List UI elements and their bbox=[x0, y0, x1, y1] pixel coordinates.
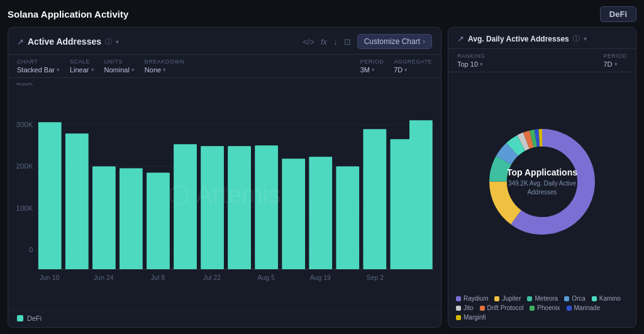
right-period-label: PERIOD bbox=[603, 53, 627, 59]
defi-legend-dot bbox=[17, 315, 23, 321]
ranking-chevron-icon: ▾ bbox=[480, 61, 483, 67]
period-selector: PERIOD 3M ▾ bbox=[360, 58, 384, 74]
header-actions: </> fx ↓ ⊡ Customize Chart › bbox=[303, 34, 432, 49]
right-panel-title: Avg. Daily Active Addresses bbox=[468, 35, 569, 43]
svg-rect-12 bbox=[65, 133, 89, 269]
svg-rect-21 bbox=[309, 157, 332, 269]
svg-text:Jun 24: Jun 24 bbox=[94, 274, 114, 281]
units-label: UNITS bbox=[104, 58, 135, 65]
left-panel: ↗ Active Addresses ⓘ ▾ </> fx ↓ ⊡ Custom… bbox=[8, 27, 441, 328]
legend-item: Raydium bbox=[456, 295, 488, 302]
info-icon[interactable]: ⓘ bbox=[105, 37, 112, 47]
legend-color-dot bbox=[480, 306, 485, 311]
chart-area: ⬡ Artemis 400K 300K 200K 100K 0 bbox=[8, 78, 441, 310]
legend-item-label: Marginfi bbox=[464, 314, 486, 321]
svg-text:Jun 10: Jun 10 bbox=[40, 274, 60, 281]
customize-chevron-icon: › bbox=[423, 37, 425, 46]
donut-legend: RaydiumJupiterMeteoraOrcaKaminoJitoDrift… bbox=[448, 291, 636, 327]
defi-legend-label: DeFi bbox=[27, 315, 42, 322]
chart-select[interactable]: Stacked Bar ▾ bbox=[17, 66, 60, 74]
units-selector: UNITS Nominal ▾ bbox=[104, 58, 135, 74]
legend-color-dot bbox=[592, 296, 597, 301]
breakdown-select[interactable]: None ▾ bbox=[145, 66, 185, 74]
svg-rect-20 bbox=[282, 159, 305, 269]
legend-item-label: Jupiter bbox=[502, 295, 521, 302]
ranking-select[interactable]: Top 10 ▾ bbox=[457, 60, 486, 68]
svg-rect-14 bbox=[119, 168, 143, 269]
svg-text:Aug 5: Aug 5 bbox=[257, 274, 275, 281]
camera-icon[interactable]: ⊡ bbox=[344, 37, 351, 47]
svg-text:Jul 22: Jul 22 bbox=[203, 274, 221, 281]
left-title-group: ↗ Active Addresses ⓘ ▾ bbox=[17, 36, 119, 47]
svg-rect-16 bbox=[174, 144, 197, 269]
aggregate-select[interactable]: 7D ▾ bbox=[394, 66, 432, 74]
svg-rect-25 bbox=[409, 120, 433, 269]
right-title-group: ↗ Avg. Daily Active Addresses ⓘ ▾ bbox=[457, 34, 587, 43]
period-select[interactable]: 3M ▾ bbox=[360, 66, 384, 74]
svg-rect-23 bbox=[364, 129, 387, 269]
period-label: PERIOD bbox=[360, 58, 384, 65]
legend-item-label: Phoenix bbox=[537, 304, 560, 311]
legend-item: Marinade bbox=[567, 304, 601, 311]
units-chevron-icon: ▾ bbox=[131, 67, 135, 73]
legend-item-label: Kamino bbox=[599, 295, 621, 302]
units-select[interactable]: Nominal ▾ bbox=[104, 66, 135, 74]
breakdown-label: BREAKDOWN bbox=[145, 58, 185, 65]
svg-text:100K: 100K bbox=[16, 204, 33, 212]
svg-rect-19 bbox=[255, 145, 278, 269]
legend-color-dot bbox=[527, 296, 532, 301]
svg-text:Jul 8: Jul 8 bbox=[151, 274, 165, 281]
main-row: ↗ Active Addresses ⓘ ▾ </> fx ↓ ⊡ Custom… bbox=[8, 27, 636, 328]
right-title-chevron-icon[interactable]: ▾ bbox=[584, 35, 587, 42]
svg-point-43 bbox=[507, 147, 577, 217]
bar-chart-svg: 400K 300K 200K 100K 0 bbox=[13, 83, 436, 291]
right-period-select[interactable]: 7D ▾ bbox=[603, 60, 627, 68]
breakdown-value: None bbox=[145, 66, 161, 74]
legend-color-dot bbox=[494, 296, 499, 301]
donut-chart-svg bbox=[486, 125, 599, 238]
chart-selector: CHART Stacked Bar ▾ bbox=[17, 58, 60, 74]
ranking-value: Top 10 bbox=[457, 60, 478, 68]
fx-icon[interactable]: fx bbox=[321, 37, 327, 47]
scale-label: SCALE bbox=[70, 58, 94, 65]
period-chevron-icon: ▾ bbox=[372, 67, 375, 73]
chart-value: Stacked Bar bbox=[17, 66, 55, 74]
legend-item: Kamino bbox=[592, 295, 621, 302]
svg-rect-17 bbox=[201, 146, 224, 269]
legend-color-dot bbox=[456, 306, 461, 311]
defi-badge-button[interactable]: DeFi bbox=[600, 6, 636, 22]
legend-color-dot bbox=[456, 315, 461, 320]
legend-item: Orca bbox=[564, 295, 586, 302]
legend-item-label: Raydium bbox=[464, 295, 488, 302]
legend-item-label: Orca bbox=[572, 295, 586, 302]
period-value: 3M bbox=[360, 66, 370, 74]
scale-select[interactable]: Linear ▾ bbox=[70, 66, 94, 74]
title-chevron-icon[interactable]: ▾ bbox=[116, 38, 119, 45]
right-period-selector: PERIOD 7D ▾ bbox=[603, 53, 627, 68]
svg-rect-22 bbox=[336, 166, 359, 269]
legend-item: Jito bbox=[456, 304, 474, 311]
left-panel-title: Active Addresses bbox=[28, 36, 101, 47]
app-title: Solana Application Activity bbox=[8, 9, 128, 19]
svg-text:300K: 300K bbox=[16, 121, 33, 128]
scale-selector: SCALE Linear ▾ bbox=[70, 58, 94, 74]
scale-value: Linear bbox=[70, 66, 89, 74]
legend-item-label: Jito bbox=[464, 304, 474, 311]
download-icon[interactable]: ↓ bbox=[333, 37, 338, 47]
units-value: Nominal bbox=[104, 66, 130, 74]
right-info-icon[interactable]: ⓘ bbox=[573, 34, 580, 43]
legend-item: Meteora bbox=[527, 295, 558, 302]
code-icon[interactable]: </> bbox=[303, 37, 314, 47]
customize-label: Customize Chart bbox=[364, 37, 420, 46]
legend-item: Marginfi bbox=[456, 314, 486, 321]
svg-text:Aug 19: Aug 19 bbox=[310, 274, 331, 281]
svg-text:Sep 2: Sep 2 bbox=[367, 274, 384, 281]
svg-rect-13 bbox=[92, 166, 116, 269]
left-panel-header: ↗ Active Addresses ⓘ ▾ </> fx ↓ ⊡ Custom… bbox=[8, 28, 441, 55]
aggregate-value: 7D bbox=[394, 66, 402, 74]
right-toolbar: RANKING Top 10 ▾ PERIOD 7D ▾ bbox=[448, 49, 636, 72]
chart-chevron-icon: ▾ bbox=[57, 67, 60, 73]
svg-text:400K: 400K bbox=[16, 83, 33, 87]
svg-rect-11 bbox=[38, 122, 62, 269]
customize-chart-button[interactable]: Customize Chart › bbox=[357, 34, 432, 49]
